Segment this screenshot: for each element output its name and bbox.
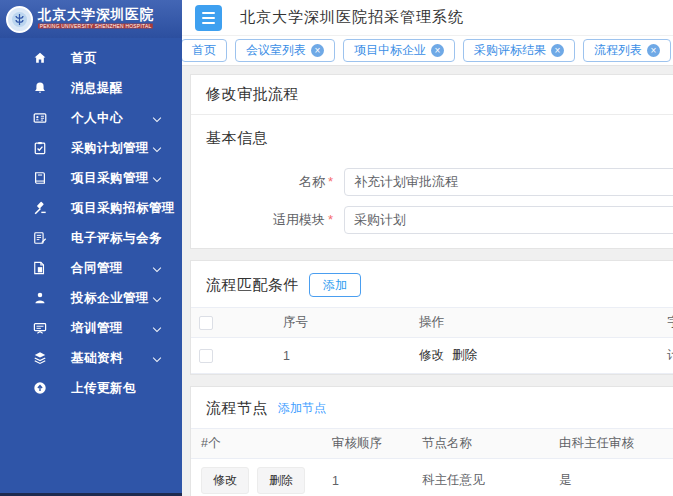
order-cell: 1: [324, 459, 414, 496]
sidebar-item-upload-package[interactable]: 上传更新包: [0, 373, 182, 403]
tab-label: 首页: [192, 42, 216, 59]
clipboard-check-icon: [32, 141, 47, 156]
sidebar-item-label: 上传更新包: [71, 380, 136, 397]
sidebar-item-purchase-plan[interactable]: 采购计划管理: [0, 133, 182, 163]
edit-node-button[interactable]: 修改: [201, 467, 249, 494]
tab-home[interactable]: 首页: [181, 39, 227, 62]
layers-icon: [32, 351, 47, 366]
hospital-name-en: PEKING UNIVERSITY SHENZHEN HOSPITAL: [38, 24, 153, 29]
sidebar-item-label: 基础资料: [71, 350, 123, 367]
close-icon[interactable]: ×: [311, 44, 324, 57]
name-input[interactable]: [344, 168, 673, 196]
sidebar-item-label: 培训管理: [71, 320, 123, 337]
select-all-header: [191, 308, 275, 338]
tab-evaluation-results[interactable]: 采购评标结果 ×: [463, 39, 575, 62]
delete-link[interactable]: 删除: [452, 348, 477, 362]
sidebar-item-bidder-enterprise[interactable]: 投标企业管理: [0, 283, 182, 313]
document-edit-icon: [32, 231, 47, 246]
close-icon[interactable]: ×: [647, 44, 660, 57]
id-card-icon: [32, 111, 47, 126]
sidebar-item-label: 采购计划管理: [71, 140, 149, 157]
sidebar-item-project-purchase[interactable]: 项目采购管理: [0, 163, 182, 193]
module-select[interactable]: [344, 206, 673, 234]
chevron-down-icon: [153, 294, 161, 302]
sidebar-item-e-evaluation[interactable]: 电子评标与会务: [0, 223, 182, 253]
required-marker: *: [328, 174, 333, 189]
basic-info-section-title: 基本信息: [206, 129, 268, 148]
add-condition-button[interactable]: 添加: [309, 273, 361, 297]
select-all-checkbox[interactable]: [199, 316, 213, 330]
module-field-row: 适用模块*: [191, 206, 673, 234]
node-row: 修改删除 1 科主任意见 是: [191, 459, 673, 496]
conditions-table: 序号 操作 字 1 修改删除 计: [191, 307, 673, 374]
cloud-upload-icon: [32, 381, 47, 396]
training-board-icon: [32, 321, 47, 336]
add-node-link[interactable]: 添加节点: [278, 400, 326, 417]
dept-review-cell: 是: [551, 459, 673, 496]
row-checkbox[interactable]: [199, 349, 213, 363]
hospital-logo-icon: [6, 6, 33, 33]
tab-process-list[interactable]: 流程列表 ×: [583, 39, 671, 62]
sidebar-item-basic-data[interactable]: 基础资料: [0, 343, 182, 373]
chevron-down-icon: [153, 354, 161, 362]
app-title: 北京大学深圳医院招采管理系统: [240, 8, 464, 27]
delete-node-button[interactable]: 删除: [257, 467, 305, 494]
sidebar-item-home[interactable]: 首页: [0, 43, 182, 73]
dept-review-column-header: 由科主任审核: [551, 429, 673, 459]
node-name-column-header: 节点名称: [414, 429, 551, 459]
sidebar-menu: 首页 消息提醒 个人中心 采购计划管理 项目采购管理 项目采购招标管理: [0, 38, 182, 403]
name-field-label: 名称*: [191, 173, 333, 191]
order-column-header: 审核顺序: [324, 429, 414, 459]
actions-column-header: #个: [191, 429, 324, 459]
sidebar-item-training-management[interactable]: 培训管理: [0, 313, 182, 343]
sidebar-item-label: 项目采购管理: [71, 170, 149, 187]
sidebar-item-label: 电子评标与会务: [71, 230, 162, 247]
chevron-down-icon: [153, 174, 161, 182]
home-icon: [32, 51, 47, 66]
clipped-column-header: 字: [659, 308, 673, 338]
op-cell: 修改删除: [411, 338, 659, 374]
op-column-header: 操作: [411, 308, 659, 338]
book-icon: [32, 171, 47, 186]
hospital-logo-header: 北京大学深圳医院 PEKING UNIVERSITY SHENZHEN HOSP…: [0, 0, 182, 38]
node-name-cell: 科主任意见: [414, 459, 551, 496]
sidebar-item-label: 个人中心: [71, 110, 123, 127]
nodes-table: #个 审核顺序 节点名称 由科主任审核 修改删除 1 科主任意见 是: [191, 428, 673, 496]
tab-winning-enterprises[interactable]: 项目中标企业 ×: [343, 39, 455, 62]
tab-label: 流程列表: [594, 42, 642, 59]
tab-bar: 首页 会议室列表 × 项目中标企业 × 采购评标结果 × 流程列表 × 流程 ×: [182, 36, 673, 66]
tab-label: 会议室列表: [246, 42, 306, 59]
sidebar-item-label: 首页: [71, 50, 97, 67]
sidebar: 北京大学深圳医院 PEKING UNIVERSITY SHENZHEN HOSP…: [0, 0, 182, 496]
conditions-section-title: 流程匹配条件: [206, 276, 299, 295]
sidebar-item-personal-center[interactable]: 个人中心: [0, 103, 182, 133]
sidebar-item-messages[interactable]: 消息提醒: [0, 73, 182, 103]
chevron-down-icon: [153, 324, 161, 332]
sidebar-item-contract-management[interactable]: 合同管理: [0, 253, 182, 283]
edit-link[interactable]: 修改: [419, 348, 444, 362]
sidebar-item-bidding-management[interactable]: 项目采购招标管理: [0, 193, 182, 223]
conditions-panel: 流程匹配条件 添加 序号 操作 字 1: [190, 260, 673, 375]
close-icon[interactable]: ×: [431, 44, 444, 57]
seq-cell: 1: [275, 338, 411, 374]
sidebar-item-label: 投标企业管理: [71, 290, 149, 307]
topbar: 北京大学深圳医院招采管理系统: [182, 0, 673, 36]
nodes-section-title: 流程节点: [206, 399, 268, 418]
condition-row: 1 修改删除 计: [191, 338, 673, 374]
required-marker: *: [328, 212, 333, 227]
close-icon[interactable]: ×: [551, 44, 564, 57]
sidebar-item-label: 消息提醒: [71, 80, 123, 97]
seq-column-header: 序号: [275, 308, 411, 338]
basic-info-panel: 修改审批流程 基本信息 名称* 适用模块*: [190, 74, 673, 249]
bell-icon: [32, 81, 47, 96]
hamburger-menu-button[interactable]: [195, 5, 222, 31]
content-area: 修改审批流程 基本信息 名称* 适用模块* 流程匹配条件 添加: [182, 66, 673, 496]
hospital-name: 北京大学深圳医院: [38, 8, 178, 22]
gavel-icon: [32, 201, 47, 216]
tab-meeting-room-list[interactable]: 会议室列表 ×: [235, 39, 335, 62]
chevron-down-icon: [153, 144, 161, 152]
sidebar-item-label: 合同管理: [71, 260, 123, 277]
chevron-down-icon: [153, 264, 161, 272]
name-field-row: 名称*: [191, 168, 673, 196]
clipped-cell: 计: [659, 338, 673, 374]
